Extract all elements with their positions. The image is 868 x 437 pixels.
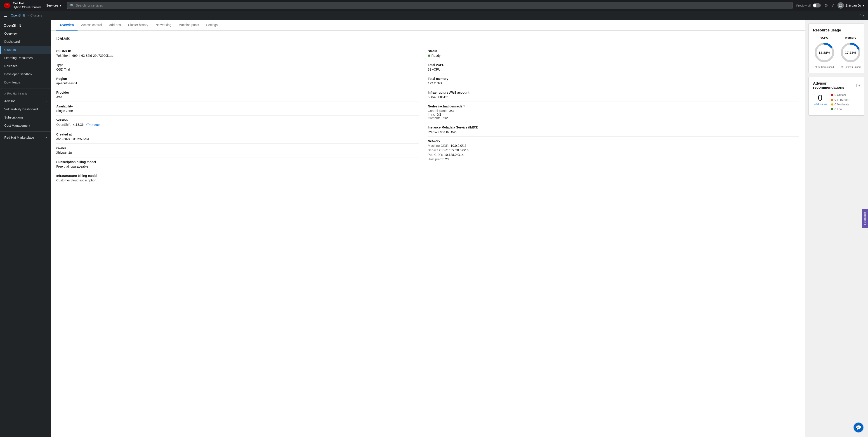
detail-status: Status Ready [428,47,800,60]
legend-critical: 0 Critical [831,93,860,96]
tab-settings[interactable]: Settings [203,20,221,31]
help-button[interactable]: ? [832,3,834,8]
external-link-icon: ↗ [45,136,47,139]
detail-provider: Provider AWS [56,88,419,102]
services-button[interactable]: Services ▾ [44,2,64,8]
resource-usage-card: Resource usage vCPU 13.88% of 32 Cores u… [808,24,864,73]
legend-moderate: 0 Moderate [831,103,860,106]
details-grid: Cluster ID 7e345e44-f699-4f63-86fd-29e73… [56,47,799,185]
detail-region: Region ap-southeast-1 [56,74,419,88]
breadcrumb-separator: > [27,13,29,17]
tab-overview[interactable]: Overview [56,20,78,31]
detail-created: Created at 3/20/2024 10:06:59 AM [56,130,419,144]
user-chevron-icon: ▾ [863,4,864,7]
user-menu-button[interactable]: ZJ Zhiyuan Ju ▾ [837,2,864,8]
redhat-logo-icon [4,2,11,9]
status-dot [428,55,430,57]
chat-bubble-button[interactable]: 💬 [854,423,864,433]
critical-dot [831,94,833,96]
tab-networking[interactable]: Networking [152,20,175,31]
chevron-right-icon: › [46,124,47,127]
advisor-body: 0 Total issues 0 Critical 0 Important [813,93,860,111]
search-input[interactable] [76,4,789,7]
low-dot [831,108,833,110]
chat-icon: 💬 [856,425,862,430]
insights-header: ⬡ Red Hat Insights [0,90,51,97]
settings-button[interactable]: ⚙ [825,3,828,8]
sidebar-item-overview[interactable]: Overview [0,29,51,37]
tab-machine-pools[interactable]: Machine pools [175,20,203,31]
detail-total-vcpu: Total vCPU 32 vCPU [428,60,800,74]
info-circle-icon: ⓘ [86,123,90,127]
detail-nodes: Nodes (actual/desired) ? Control plane: … [428,102,800,123]
memory-center-text: 17.73% [845,51,857,55]
logo-line1: Red Hat [13,2,41,5]
detail-type: Type OSD Trial [56,60,419,74]
sidebar-item-dashboard[interactable]: Dashboard [0,37,51,46]
sidebar-item-releases[interactable]: Releases [0,62,51,70]
sidebar: OpenShift Overview Dashboard Clusters Le… [0,20,51,437]
resource-usage-title: Resource usage [813,28,860,32]
chevron-right-icon: › [46,116,47,119]
search-bar[interactable]: 🔍 [67,2,793,9]
detail-owner: Owner Zhiyuan Ju [56,144,419,157]
update-link[interactable]: ⓘ Update [86,123,101,127]
vcpu-label: vCPU [820,36,829,39]
moderate-dot [831,104,833,106]
sidebar-item-vulnerability-dashboard[interactable]: Vulnerability Dashboard › [0,105,51,113]
sidebar-item-cost-management[interactable]: Cost Management › [0,121,51,129]
advisor-title: Advisor recommendations [813,81,855,90]
advisor-card: Advisor recommendations ? 0 Total issues… [808,77,864,116]
detail-version: Version OpenShift: 4.13.36 ⓘ Update [56,116,419,130]
breadcrumb-openshift-link[interactable]: OpenShift [11,13,25,17]
tab-cluster-history[interactable]: Cluster history [124,20,152,31]
detail-network: Network Machine CIDR: 10.0.0.0/16 Servic… [428,137,800,164]
star-icon[interactable]: ☆ [859,13,862,17]
detail-cluster-id: Cluster ID 7e345e44-f699-4f63-86fd-29e73… [56,47,419,60]
menu-toggle-button[interactable]: ☰ [4,13,7,18]
user-name: Zhiyuan Ju [846,4,861,7]
sidebar-item-marketplace[interactable]: Red Hat Marketplace ↗ [0,134,51,142]
sidebar-item-learning-resources[interactable]: Learning Resources [0,54,51,62]
sidebar-item-developer-sandbox[interactable]: Developer Sandbox [0,70,51,78]
feedback-button[interactable]: Feedback [862,209,868,228]
sidebar-item-downloads[interactable]: Downloads [0,78,51,86]
detail-infra-aws: Infrastructure AWS account 538473086121 [428,88,800,102]
vcpu-donut: 13.88% [813,41,836,64]
advisor-total: 0 Total issues [813,93,827,106]
tab-access-control[interactable]: Access control [78,20,105,31]
vcpu-center-text: 13.88% [819,51,830,55]
chevron-down-icon: ▾ [60,4,61,7]
tabs-bar: Overview Access control Add-ons Cluster … [51,20,805,31]
right-panel: Resource usage vCPU 13.88% of 32 Cores u… [805,20,868,437]
tab-add-ons[interactable]: Add-ons [105,20,124,31]
section-title: Details [56,36,799,41]
detail-sub-billing: Subscription billing model Free trial, u… [56,157,419,171]
avatar: ZJ [837,2,844,8]
breadcrumb-chevron-icon: ▾ [863,13,864,17]
advisor-total-number: 0 [813,93,827,103]
detail-total-memory: Total memory 122.2 GiB [428,74,800,88]
main-content: Overview Access control Add-ons Cluster … [51,20,805,437]
insights-icon: ⬡ [4,92,6,95]
legend-important: 0 Important [831,98,860,101]
vcpu-donut-container: vCPU 13.88% of 32 Cores used [813,36,836,68]
memory-donut-container: Memory 17.73% of 122.2 GiB used [839,36,862,68]
donut-charts: vCPU 13.88% of 32 Cores used Memory [813,36,860,68]
chevron-right-icon: › [46,108,47,111]
redhat-logo: Red Hat Hybrid Cloud Console [4,2,41,9]
advisor-legend: 0 Critical 0 Important 0 Moderate 0 [831,93,860,111]
details-section: Details Cluster ID 7e345e44-f699-4f63-86… [51,31,805,191]
legend-low: 0 Low [831,108,860,111]
sidebar-item-clusters[interactable]: Clusters [0,46,51,54]
detail-imds: Instance Metadata Service (IMDS) IMDSv1 … [428,123,800,137]
sidebar-item-subscriptions[interactable]: Subscriptions › [0,113,51,121]
important-dot [831,98,833,101]
preview-label: Preview off [796,4,811,7]
memory-donut: 17.73% [839,41,862,64]
breadcrumb-bar: ☰ OpenShift > Clusters ☆ ▾ [0,11,868,20]
preview-toggle[interactable] [813,3,821,7]
sidebar-item-advisor[interactable]: Advisor › [0,97,51,105]
advisor-total-label[interactable]: Total issues [813,103,827,106]
memory-label: Memory [845,36,856,39]
